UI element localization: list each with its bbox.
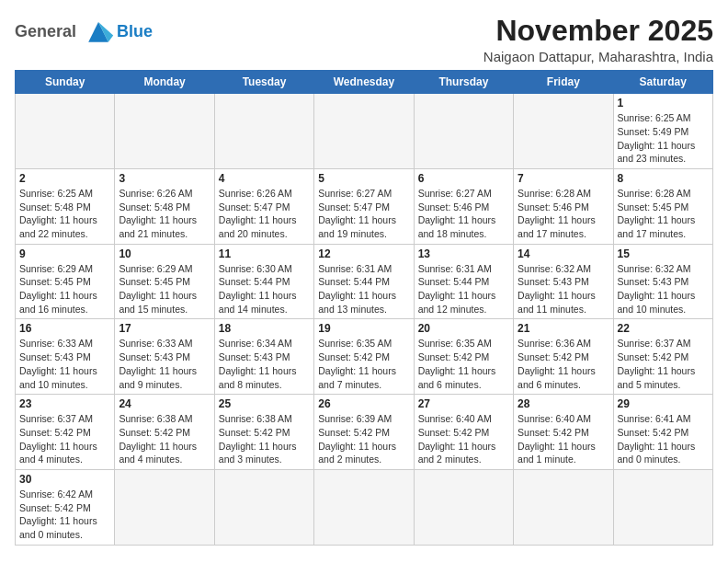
weekday-header-cell: Thursday xyxy=(414,71,513,94)
day-info: Sunrise: 6:36 AM Sunset: 5:42 PM Dayligh… xyxy=(518,337,609,391)
weekday-header-cell: Sunday xyxy=(16,71,115,94)
day-info: Sunrise: 6:26 AM Sunset: 5:48 PM Dayligh… xyxy=(119,187,210,241)
calendar-day-cell: 23Sunrise: 6:37 AM Sunset: 5:42 PM Dayli… xyxy=(16,395,115,470)
calendar-day-cell xyxy=(613,469,712,545)
day-number: 18 xyxy=(219,322,310,335)
calendar-day-cell xyxy=(115,94,214,169)
calendar-day-cell: 20Sunrise: 6:35 AM Sunset: 5:42 PM Dayli… xyxy=(414,319,513,395)
calendar-day-cell: 17Sunrise: 6:33 AM Sunset: 5:43 PM Dayli… xyxy=(115,319,214,395)
day-number: 1 xyxy=(618,97,709,109)
day-info: Sunrise: 6:28 AM Sunset: 5:46 PM Dayligh… xyxy=(518,187,609,241)
calendar-day-cell: 2Sunrise: 6:25 AM Sunset: 5:48 PM Daylig… xyxy=(16,168,115,244)
calendar-day-cell: 18Sunrise: 6:34 AM Sunset: 5:43 PM Dayli… xyxy=(214,319,313,395)
calendar-week-row: 2Sunrise: 6:25 AM Sunset: 5:48 PM Daylig… xyxy=(16,168,713,244)
day-number: 27 xyxy=(418,397,509,410)
calendar-day-cell: 11Sunrise: 6:30 AM Sunset: 5:44 PM Dayli… xyxy=(214,244,313,319)
day-info: Sunrise: 6:27 AM Sunset: 5:46 PM Dayligh… xyxy=(418,187,509,241)
day-info: Sunrise: 6:38 AM Sunset: 5:42 PM Dayligh… xyxy=(119,412,210,466)
day-number: 24 xyxy=(119,397,210,410)
day-info: Sunrise: 6:31 AM Sunset: 5:44 PM Dayligh… xyxy=(418,262,509,316)
day-number: 14 xyxy=(518,247,609,260)
day-number: 3 xyxy=(119,172,210,185)
weekday-header-cell: Friday xyxy=(514,71,613,94)
day-number: 20 xyxy=(418,322,509,335)
calendar-week-row: 1Sunrise: 6:25 AM Sunset: 5:49 PM Daylig… xyxy=(16,94,713,169)
day-info: Sunrise: 6:35 AM Sunset: 5:42 PM Dayligh… xyxy=(318,337,409,391)
day-info: Sunrise: 6:26 AM Sunset: 5:47 PM Dayligh… xyxy=(219,187,310,241)
calendar-day-cell: 21Sunrise: 6:36 AM Sunset: 5:42 PM Dayli… xyxy=(514,319,613,395)
calendar-day-cell: 19Sunrise: 6:35 AM Sunset: 5:42 PM Dayli… xyxy=(314,319,414,395)
calendar-day-cell xyxy=(214,469,313,545)
calendar: SundayMondayTuesdayWednesdayThursdayFrid… xyxy=(15,70,713,546)
day-info: Sunrise: 6:28 AM Sunset: 5:45 PM Dayligh… xyxy=(618,187,709,241)
calendar-day-cell: 6Sunrise: 6:27 AM Sunset: 5:46 PM Daylig… xyxy=(414,168,513,244)
header: General Blue November 2025 Naigaon Datta… xyxy=(15,15,713,64)
day-number: 29 xyxy=(618,397,709,410)
calendar-day-cell: 12Sunrise: 6:31 AM Sunset: 5:44 PM Dayli… xyxy=(314,244,414,319)
day-number: 21 xyxy=(518,322,609,335)
calendar-day-cell: 29Sunrise: 6:41 AM Sunset: 5:42 PM Dayli… xyxy=(613,395,712,470)
calendar-day-cell: 26Sunrise: 6:39 AM Sunset: 5:42 PM Dayli… xyxy=(314,395,414,470)
calendar-day-cell xyxy=(16,94,115,169)
calendar-day-cell xyxy=(414,94,513,169)
weekday-header-row: SundayMondayTuesdayWednesdayThursdayFrid… xyxy=(16,71,713,94)
day-number: 8 xyxy=(618,172,709,185)
calendar-week-row: 9Sunrise: 6:29 AM Sunset: 5:45 PM Daylig… xyxy=(16,244,713,319)
day-number: 6 xyxy=(418,172,509,185)
day-number: 2 xyxy=(19,172,110,185)
day-number: 5 xyxy=(318,172,409,185)
calendar-day-cell: 1Sunrise: 6:25 AM Sunset: 5:49 PM Daylig… xyxy=(613,94,712,169)
calendar-day-cell: 7Sunrise: 6:28 AM Sunset: 5:46 PM Daylig… xyxy=(514,168,613,244)
day-info: Sunrise: 6:34 AM Sunset: 5:43 PM Dayligh… xyxy=(219,337,310,391)
day-number: 19 xyxy=(318,322,409,335)
title-area: November 2025 Naigaon Dattapur, Maharash… xyxy=(483,15,713,64)
day-number: 13 xyxy=(418,247,509,260)
day-info: Sunrise: 6:33 AM Sunset: 5:43 PM Dayligh… xyxy=(119,337,210,391)
day-number: 28 xyxy=(518,397,609,410)
calendar-day-cell: 9Sunrise: 6:29 AM Sunset: 5:45 PM Daylig… xyxy=(16,244,115,319)
calendar-week-row: 30Sunrise: 6:42 AM Sunset: 5:42 PM Dayli… xyxy=(16,469,713,545)
calendar-day-cell xyxy=(514,469,613,545)
calendar-day-cell xyxy=(314,94,414,169)
day-info: Sunrise: 6:31 AM Sunset: 5:44 PM Dayligh… xyxy=(318,262,409,316)
calendar-day-cell xyxy=(414,469,513,545)
day-info: Sunrise: 6:41 AM Sunset: 5:42 PM Dayligh… xyxy=(618,412,709,466)
sub-title: Naigaon Dattapur, Maharashtra, India xyxy=(483,49,713,64)
day-number: 16 xyxy=(19,322,110,335)
day-number: 26 xyxy=(318,397,409,410)
calendar-body: 1Sunrise: 6:25 AM Sunset: 5:49 PM Daylig… xyxy=(16,94,713,546)
day-number: 25 xyxy=(219,397,310,410)
logo-general: General xyxy=(15,22,76,41)
day-info: Sunrise: 6:39 AM Sunset: 5:42 PM Dayligh… xyxy=(318,412,409,466)
day-info: Sunrise: 6:40 AM Sunset: 5:42 PM Dayligh… xyxy=(418,412,509,466)
calendar-day-cell: 5Sunrise: 6:27 AM Sunset: 5:47 PM Daylig… xyxy=(314,168,414,244)
day-info: Sunrise: 6:25 AM Sunset: 5:48 PM Dayligh… xyxy=(19,187,110,241)
calendar-day-cell: 13Sunrise: 6:31 AM Sunset: 5:44 PM Dayli… xyxy=(414,244,513,319)
calendar-day-cell: 30Sunrise: 6:42 AM Sunset: 5:42 PM Dayli… xyxy=(16,469,115,545)
day-info: Sunrise: 6:42 AM Sunset: 5:42 PM Dayligh… xyxy=(19,488,110,542)
calendar-day-cell xyxy=(115,469,214,545)
weekday-header-cell: Wednesday xyxy=(314,71,414,94)
day-info: Sunrise: 6:32 AM Sunset: 5:43 PM Dayligh… xyxy=(618,262,709,316)
day-info: Sunrise: 6:40 AM Sunset: 5:42 PM Dayligh… xyxy=(518,412,609,466)
calendar-day-cell: 14Sunrise: 6:32 AM Sunset: 5:43 PM Dayli… xyxy=(514,244,613,319)
weekday-header-cell: Tuesday xyxy=(214,71,313,94)
calendar-day-cell: 16Sunrise: 6:33 AM Sunset: 5:43 PM Dayli… xyxy=(16,319,115,395)
logo-blue: Blue xyxy=(117,22,153,41)
calendar-week-row: 16Sunrise: 6:33 AM Sunset: 5:43 PM Dayli… xyxy=(16,319,713,395)
day-number: 7 xyxy=(518,172,609,185)
calendar-week-row: 23Sunrise: 6:37 AM Sunset: 5:42 PM Dayli… xyxy=(16,395,713,470)
day-number: 22 xyxy=(618,322,709,335)
day-info: Sunrise: 6:29 AM Sunset: 5:45 PM Dayligh… xyxy=(119,262,210,316)
calendar-day-cell: 25Sunrise: 6:38 AM Sunset: 5:42 PM Dayli… xyxy=(214,395,313,470)
day-info: Sunrise: 6:37 AM Sunset: 5:42 PM Dayligh… xyxy=(19,412,110,466)
calendar-day-cell: 8Sunrise: 6:28 AM Sunset: 5:45 PM Daylig… xyxy=(613,168,712,244)
day-info: Sunrise: 6:33 AM Sunset: 5:43 PM Dayligh… xyxy=(19,337,110,391)
day-info: Sunrise: 6:30 AM Sunset: 5:44 PM Dayligh… xyxy=(219,262,310,316)
calendar-day-cell: 4Sunrise: 6:26 AM Sunset: 5:47 PM Daylig… xyxy=(214,168,313,244)
day-number: 11 xyxy=(219,247,310,260)
calendar-day-cell: 15Sunrise: 6:32 AM Sunset: 5:43 PM Dayli… xyxy=(613,244,712,319)
day-number: 12 xyxy=(318,247,409,260)
calendar-day-cell: 27Sunrise: 6:40 AM Sunset: 5:42 PM Dayli… xyxy=(414,395,513,470)
calendar-day-cell: 10Sunrise: 6:29 AM Sunset: 5:45 PM Dayli… xyxy=(115,244,214,319)
